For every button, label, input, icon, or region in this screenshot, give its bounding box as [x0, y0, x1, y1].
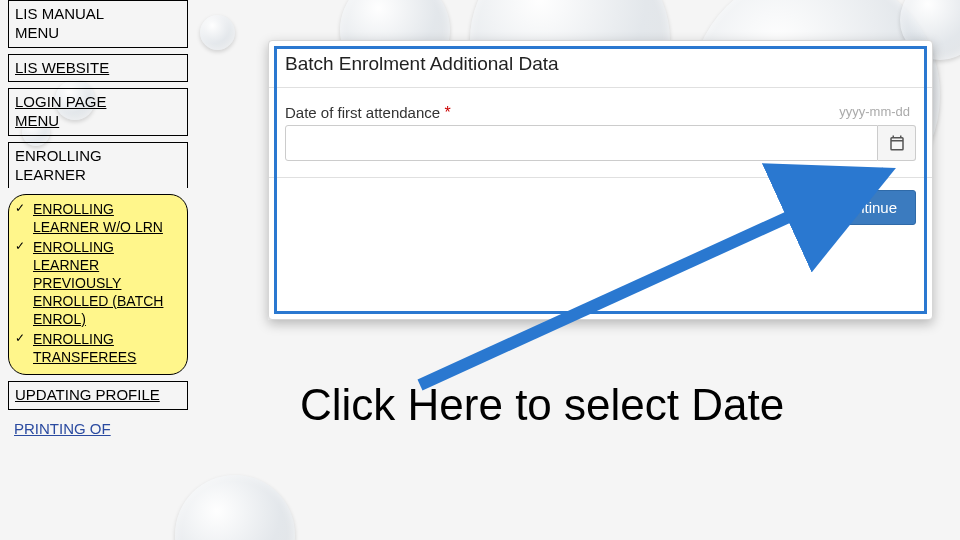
modal-title: Batch Enrolment Additional Data — [269, 41, 932, 87]
sidebar-item-label-l1: LOGIN PAGE — [15, 93, 106, 110]
instruction-text: Click Here to select Date — [300, 380, 784, 430]
check-icon: ✓ — [15, 201, 27, 237]
check-icon: ✓ — [15, 239, 27, 329]
sub-item-label: ENROLLING TRANSFEREES — [33, 331, 179, 367]
sidebar-item-label: LIS WEBSITE — [15, 59, 109, 76]
sidebar-title-l1: LIS MANUAL — [15, 5, 104, 22]
sidebar-item-login-page[interactable]: LOGIN PAGE MENU — [8, 88, 188, 136]
sub-item-label: ENROLLING LEARNER PREVIOUSLY ENROLLED (B… — [33, 239, 179, 329]
sidebar-item-label-l2: MENU — [15, 112, 59, 129]
sidebar: LIS MANUAL MENU LIS WEBSITE LOGIN PAGE M… — [8, 0, 188, 540]
sidebar-item-enrolling-learner: ENROLLING LEARNER — [8, 142, 188, 189]
sidebar-item-label-l2: LEARNER — [15, 166, 86, 183]
sidebar-title-l2: MENU — [15, 24, 59, 41]
sidebar-item-label: UPDATING PROFILE — [15, 386, 160, 403]
calendar-button[interactable] — [878, 125, 916, 161]
sidebar-item-partial: PRINTING OF — [8, 416, 188, 442]
sidebar-submenu: ✓ ENROLLING LEARNER W/O LRN ✓ ENROLLING … — [8, 194, 188, 375]
sidebar-title: LIS MANUAL MENU — [8, 0, 188, 48]
required-mark: * — [445, 104, 451, 121]
batch-enrolment-modal: Batch Enrolment Additional Data Date of … — [268, 40, 933, 320]
date-field-label: Date of first attendance — [285, 104, 440, 121]
continue-button[interactable]: Continue — [818, 190, 916, 225]
sub-item-enroll-transferees[interactable]: ✓ ENROLLING TRANSFEREES — [15, 331, 179, 367]
date-input[interactable] — [285, 125, 878, 161]
sub-item-enroll-batch[interactable]: ✓ ENROLLING LEARNER PREVIOUSLY ENROLLED … — [15, 239, 179, 329]
check-icon: ✓ — [15, 331, 27, 367]
sidebar-item-updating-profile[interactable]: UPDATING PROFILE — [8, 381, 188, 410]
sidebar-item-label-l1: ENROLLING — [15, 147, 102, 164]
sub-item-label: ENROLLING LEARNER W/O LRN — [33, 201, 179, 237]
calendar-icon — [888, 134, 906, 152]
sub-item-enroll-wo-lrn[interactable]: ✓ ENROLLING LEARNER W/O LRN — [15, 201, 179, 237]
sidebar-item-lis-website[interactable]: LIS WEBSITE — [8, 54, 188, 83]
sidebar-item-label: PRINTING OF — [14, 420, 111, 437]
